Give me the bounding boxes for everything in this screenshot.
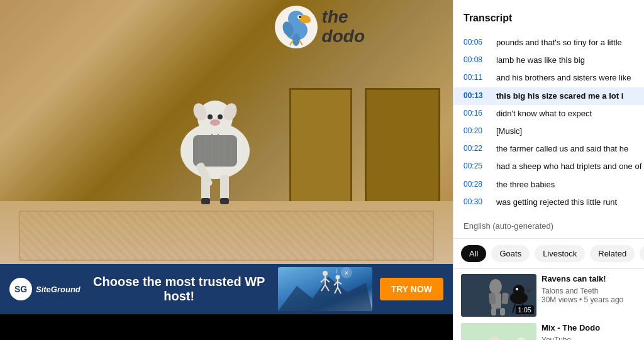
- transcript-row[interactable]: 00:28 the three babies: [453, 176, 644, 194]
- transcript-entry-text: [Music]: [496, 126, 522, 137]
- transcript-entry-text: didn't know what to expect: [496, 108, 592, 119]
- transcript-row[interactable]: 00:11 and his brothers and sisters were …: [453, 69, 644, 87]
- ad-image: [278, 267, 372, 311]
- ad-banner: SG SiteGround Choose the most trusted WP…: [0, 264, 453, 314]
- ad-tagline: Choose the most trusted WP host!: [88, 275, 270, 304]
- dodo-logo: the dodo: [274, 5, 365, 49]
- svg-rect-56: [461, 323, 536, 340]
- try-now-button[interactable]: TRY NOW: [380, 278, 443, 300]
- rec-meta-0: 30M views • 5 years ago: [541, 295, 644, 304]
- transcript-entry-text: the three babies: [496, 179, 555, 190]
- transcript-section: Transcript ⋮ × 00:06 pounds and that's s…: [453, 0, 644, 239]
- svg-point-4: [208, 114, 213, 119]
- lamb-figure: [158, 75, 272, 214]
- dodo-brand-text: the dodo: [322, 8, 365, 47]
- transcript-header: Transcript ⋮ ×: [453, 0, 644, 34]
- transcript-entry-text: was getting rejected this little runt: [496, 197, 617, 208]
- filter-chip-goats[interactable]: Goats: [491, 245, 530, 262]
- transcript-timestamp: 00:22: [464, 143, 486, 153]
- svg-point-37: [335, 275, 340, 280]
- transcript-timestamp: 00:16: [464, 108, 486, 118]
- transcript-entry-text: this big his size scared me a lot i: [496, 90, 623, 102]
- right-panel: Transcript ⋮ × 00:06 pounds and that's s…: [453, 0, 644, 340]
- svg-point-6: [210, 119, 220, 126]
- rec-title-1: Mix - The Dodo: [541, 323, 644, 334]
- transcript-timestamp: 00:25: [464, 161, 486, 170]
- filter-chip-all[interactable]: All: [461, 245, 486, 262]
- transcript-row[interactable]: 00:13 this big his size scared me a lot …: [453, 87, 644, 105]
- rec-channel-0: Talons and Teeth: [541, 287, 644, 295]
- svg-rect-46: [489, 293, 496, 305]
- svg-line-33: [321, 278, 325, 282]
- rec-thumbnail-1: [461, 323, 536, 340]
- svg-rect-47: [501, 293, 509, 305]
- transcript-timestamp: 00:33: [464, 214, 486, 216]
- ad-close-button[interactable]: ×: [341, 267, 352, 278]
- transcript-title: Transcript: [464, 13, 512, 24]
- rec-info-0: Ravens can talk! Talons and Teeth 30M vi…: [541, 274, 644, 317]
- transcript-row[interactable]: 00:08 lamb he was like this big: [453, 52, 644, 69]
- transcript-row[interactable]: 00:30 was getting rejected this little r…: [453, 194, 644, 211]
- svg-point-23: [301, 18, 311, 23]
- transcript-entry-text: lamb he was like this big: [496, 55, 585, 66]
- transcript-list[interactable]: 00:06 pounds and that's so tiny for a li…: [453, 34, 644, 216]
- filter-chips: AllGoatsLivestockRelatedFrom›: [453, 239, 644, 269]
- transcript-row[interactable]: 00:20 [Music]: [453, 123, 644, 140]
- transcript-row[interactable]: 00:33 was getting: [453, 211, 644, 216]
- rug-pattern: [19, 211, 434, 261]
- svg-point-25: [299, 16, 301, 18]
- door-bg-right: [365, 88, 440, 214]
- transcript-timestamp: 00:30: [464, 197, 486, 206]
- transcript-entry-text: had a sheep who had triplets and one of: [496, 161, 641, 172]
- filter-chip-from[interactable]: From: [640, 245, 644, 262]
- transcript-row[interactable]: 00:25 had a sheep who had triplets and o…: [453, 158, 644, 175]
- transcript-entry-text: the farmer called us and said that he: [496, 143, 628, 155]
- transcript-timestamp: 00:08: [464, 55, 486, 64]
- filter-chip-livestock[interactable]: Livestock: [535, 245, 585, 262]
- siteground-logo: SG SiteGround: [9, 278, 80, 300]
- svg-point-5: [218, 114, 223, 119]
- transcript-language: English (auto-generated): [453, 216, 644, 238]
- sg-provider-name: SiteGround: [36, 285, 80, 294]
- svg-point-44: [489, 279, 502, 294]
- svg-rect-49: [500, 308, 505, 315]
- svg-point-31: [323, 271, 328, 276]
- transcript-row[interactable]: 00:22 the farmer called us and said that…: [453, 140, 644, 158]
- rec-title-0: Ravens can talk!: [541, 274, 644, 285]
- recommendations[interactable]: 1:05 Ravens can talk! Talons and Teeth 3…: [453, 269, 644, 340]
- transcript-timestamp: 00:11: [464, 72, 486, 82]
- transcript-timestamp: 00:20: [464, 126, 486, 135]
- rec-channel-1: YouTube: [541, 336, 644, 340]
- door-bg-left: [289, 88, 352, 214]
- svg-point-51: [513, 285, 525, 296]
- svg-rect-17: [201, 198, 210, 204]
- transcript-row[interactable]: 00:16 didn't know what to expect: [453, 105, 644, 123]
- rec-duration-0: 1:05: [516, 305, 534, 314]
- transcript-timestamp: 00:13: [464, 90, 486, 100]
- recommendation-item[interactable]: 1:05 Ravens can talk! Talons and Teeth 3…: [461, 274, 644, 317]
- rec-thumbnail-0: 1:05: [461, 274, 536, 317]
- ad-info-icon[interactable]: i: [336, 267, 338, 275]
- dodo-bird-svg: [274, 5, 318, 49]
- svg-point-53: [516, 288, 518, 290]
- recommendation-item[interactable]: Mix - The Dodo YouTube: [461, 323, 644, 340]
- rec-info-1: Mix - The Dodo YouTube: [541, 323, 644, 340]
- transcript-entry-text: pounds and that's so tiny for a little: [496, 37, 622, 48]
- transcript-timestamp: 00:06: [464, 37, 486, 47]
- transcript-entry-text: and his brothers and sisters were like: [496, 72, 631, 84]
- video-player[interactable]: the dodo: [0, 0, 453, 264]
- filter-chip-related[interactable]: Related: [590, 245, 635, 262]
- svg-rect-48: [491, 308, 496, 315]
- sg-icon: SG: [9, 278, 32, 300]
- transcript-row[interactable]: 00:06 pounds and that's so tiny for a li…: [453, 34, 644, 52]
- video-area: the dodo SG SiteGround Choose the most t…: [0, 0, 453, 340]
- transcript-entry-text: was getting: [496, 214, 538, 216]
- transcript-timestamp: 00:28: [464, 179, 486, 189]
- svg-rect-18: [220, 198, 229, 204]
